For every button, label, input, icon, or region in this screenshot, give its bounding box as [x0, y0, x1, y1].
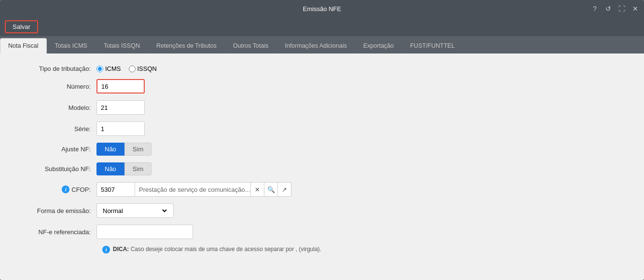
radio-icms-input[interactable] [96, 66, 103, 72]
modelo-row: Modelo: [19, 100, 625, 115]
tab-exportacao[interactable]: Exportação [355, 38, 402, 53]
history-icon[interactable]: ↺ [603, 4, 613, 13]
tributacao-group: ICMS ISSQN [96, 65, 157, 72]
save-button[interactable]: Salvar [5, 20, 38, 33]
tab-outros-totais[interactable]: Outros Totais [225, 38, 276, 53]
expand-icon[interactable]: ⛶ [617, 4, 627, 13]
substituicao-label: Substituição NF: [19, 165, 96, 173]
titlebar: Emissão NFE ? ↺ ⛶ ✕ [0, 0, 644, 17]
cfop-label: CFOP: [71, 186, 91, 193]
serie-label: Série: [19, 125, 96, 133]
ajuste-label: Ajuste NF: [19, 146, 96, 153]
main-window: Emissão NFE ? ↺ ⛶ ✕ Salvar Nota Fiscal T… [0, 0, 644, 280]
tributacao-label: Tipo de tributação: [19, 65, 96, 72]
tab-nota-fiscal[interactable]: Nota Fiscal [0, 38, 47, 53]
ajuste-nao-btn[interactable]: Não [96, 143, 124, 156]
forma-dropdown[interactable]: Normal Contingência [96, 203, 174, 218]
substituicao-toggle: Não Sim [96, 162, 151, 175]
tab-fust-funttel[interactable]: FUST/FUNTTEL [402, 38, 463, 53]
close-icon[interactable]: ✕ [630, 4, 640, 13]
radio-icms[interactable]: ICMS [96, 65, 121, 72]
ajuste-row: Ajuste NF: Não Sim [19, 143, 625, 156]
tab-retencoes[interactable]: Retenções de Tributos [148, 38, 225, 53]
modelo-input[interactable] [96, 100, 145, 115]
substituicao-row: Substituição NF: Não Sim [19, 162, 625, 175]
cfop-info-icon[interactable]: i [62, 186, 69, 193]
tributacao-row: Tipo de tributação: ICMS ISSQN [19, 65, 625, 72]
tab-content: Tipo de tributação: ICMS ISSQN Número: M… [0, 53, 644, 280]
tabs-bar: Nota Fiscal Totais ICMS Totais ISSQN Ret… [0, 36, 644, 53]
nfe-ref-row: NF-e referenciada: [19, 225, 625, 239]
tab-informacoes[interactable]: Informações Adicionais [276, 38, 355, 53]
substituicao-nao-btn[interactable]: Não [96, 162, 124, 175]
cfop-input[interactable] [96, 182, 135, 197]
forma-row: Forma de emissão: Normal Contingência [19, 203, 625, 218]
modelo-label: Modelo: [19, 104, 96, 111]
cfop-field-group: Prestação de serviço de comunicação... ✕… [96, 182, 291, 197]
dica-text: DICA: Caso deseje colocar mais de uma ch… [113, 246, 321, 253]
window-title: Emissão NFE [303, 5, 341, 13]
ajuste-sim-btn[interactable]: Sim [124, 143, 151, 156]
nfe-ref-label: NF-e referenciada: [19, 228, 96, 236]
serie-input[interactable] [96, 121, 145, 136]
dica-row: i DICA: Caso deseje colocar mais de uma … [19, 246, 625, 253]
forma-select[interactable]: Normal Contingência [101, 207, 168, 215]
tab-totais-icms[interactable]: Totais ICMS [47, 38, 96, 53]
ajuste-toggle: Não Sim [96, 143, 151, 156]
tab-totais-issqn[interactable]: Totais ISSQN [96, 38, 148, 53]
cfop-search-btn[interactable]: 🔍 [264, 182, 278, 197]
nfe-ref-input[interactable] [96, 225, 193, 239]
radio-issqn-input[interactable] [129, 66, 136, 72]
substituicao-sim-btn[interactable]: Sim [124, 162, 151, 175]
cfop-label-wrap: i CFOP: [19, 186, 96, 193]
forma-label: Forma de emissão: [19, 207, 96, 214]
cfop-description: Prestação de serviço de comunicação... [135, 182, 251, 197]
cfop-clear-btn[interactable]: ✕ [251, 182, 264, 197]
numero-label: Número: [19, 83, 96, 90]
window-controls: ? ↺ ⛶ ✕ [590, 4, 640, 13]
radio-issqn[interactable]: ISSQN [129, 65, 157, 72]
numero-row: Número: [19, 79, 625, 93]
cfop-row: i CFOP: Prestação de serviço de comunica… [19, 182, 625, 197]
toolbar: Salvar [0, 17, 644, 36]
cfop-open-btn[interactable]: ↗ [278, 182, 291, 197]
serie-row: Série: [19, 121, 625, 136]
dica-icon: i [102, 246, 110, 253]
help-icon[interactable]: ? [590, 4, 600, 13]
numero-input[interactable] [96, 79, 145, 93]
